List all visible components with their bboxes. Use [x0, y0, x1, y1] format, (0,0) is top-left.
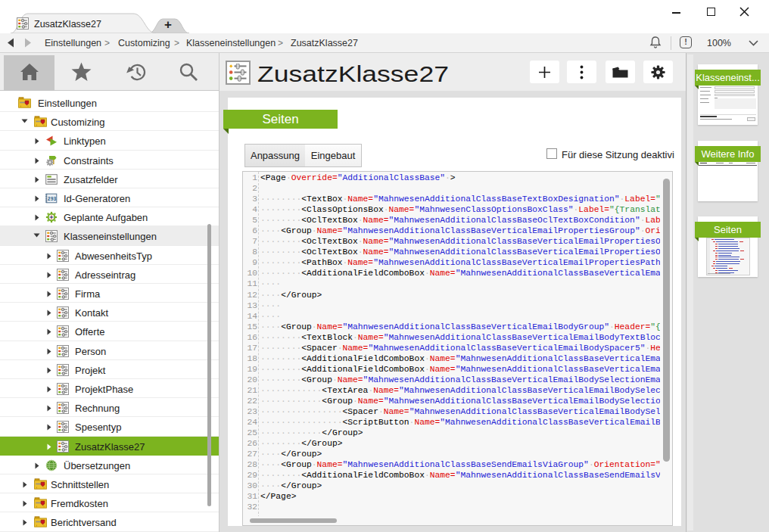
- svg-text:293: 293: [48, 197, 57, 202]
- svg-text:+: +: [164, 17, 172, 32]
